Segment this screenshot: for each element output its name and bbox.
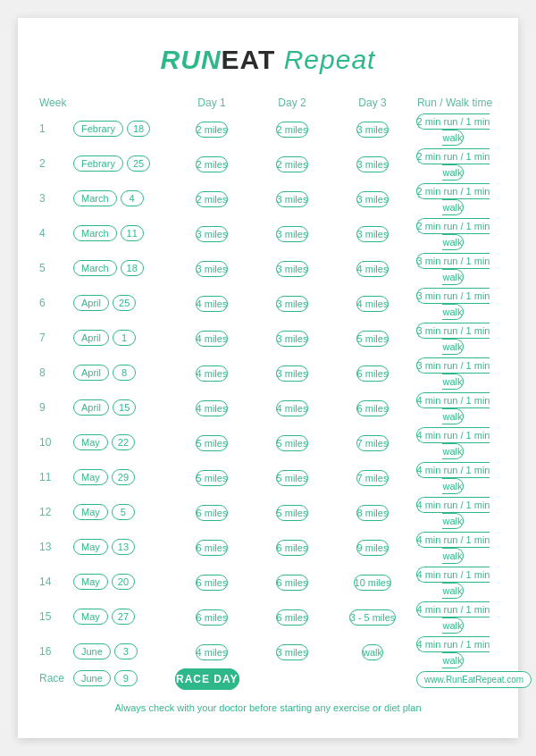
table-row: 3 March 4 2 miles 3 miles 3 miles 2 min … <box>36 182 500 214</box>
day2-cell: 6 miles <box>252 609 332 625</box>
day1-pill: 3 miles <box>196 261 229 277</box>
day3-pill: 7 miles <box>356 470 389 486</box>
runwalk-cell: 4 min run / 1 min walk <box>413 461 497 493</box>
day2-cell: 3 miles <box>252 260 332 276</box>
day3-pill: 3 miles <box>356 156 389 172</box>
week-number: 16 <box>39 645 73 658</box>
runwalk-pill: 4 min run / 1 min walk <box>416 636 490 668</box>
day3-cell: 8 miles <box>332 504 413 520</box>
table-row: 8 April 8 4 miles 3 miles 6 miles 3 min … <box>36 357 500 389</box>
day-pill: 25 <box>127 155 150 172</box>
runwalk-pill: 4 min run / 1 min walk <box>416 462 490 494</box>
date-cell: Febrary 25 <box>73 155 172 172</box>
header-day2: Day 2 <box>252 97 332 109</box>
date-cell: May 27 <box>73 609 172 625</box>
runwalk-cell: 4 min run / 1 min walk <box>413 635 497 668</box>
runwalk-cell: 2 min run / 1 min walk <box>413 147 497 180</box>
date-cell: April 25 <box>73 295 172 311</box>
day1-pill: 2 miles <box>196 191 229 207</box>
runwalk-pill: 2 min run / 1 min walk <box>416 218 490 250</box>
table-row: 12 May 5 6 miles 5 miles 8 miles 4 min r… <box>36 496 500 528</box>
day2-cell: 5 miles <box>252 434 332 450</box>
day1-pill: 4 miles <box>196 400 229 416</box>
date-cell: May 20 <box>73 574 172 590</box>
day1-cell: 5 miles <box>172 469 252 485</box>
day2-cell: 6 miles <box>252 574 332 590</box>
date-cell: May 29 <box>73 469 172 485</box>
day3-cell: 6 miles <box>332 399 413 416</box>
day-pill: 25 <box>113 295 136 311</box>
runwalk-pill: 3 min run / 1 min walk <box>416 357 490 390</box>
day1-cell: 3 miles <box>172 260 252 276</box>
page-title: RUNEAT Repeat <box>36 45 500 75</box>
day2-cell: 3 miles <box>252 225 332 241</box>
day3-cell: 7 miles <box>332 434 413 450</box>
table-row: 9 April 15 4 miles 4 miles 6 miles 4 min… <box>36 391 500 424</box>
table-row: 10 May 22 5 miles 5 miles 7 miles 4 min … <box>36 426 500 458</box>
day3-cell: 3 miles <box>332 225 413 241</box>
week-number: 3 <box>39 192 73 205</box>
day1-pill: 6 miles <box>196 505 229 521</box>
runwalk-cell: 3 min run / 1 min walk <box>413 252 497 284</box>
date-cell: March 11 <box>73 225 172 241</box>
day1-cell: 4 miles <box>172 295 252 311</box>
table-row: 16 June 3 4 miles 3 miles walk 4 min run… <box>36 635 500 668</box>
day3-pill: 4 miles <box>356 296 389 312</box>
table-row: 4 March 11 3 miles 3 miles 3 miles 2 min… <box>36 217 500 249</box>
day1-pill: 4 miles <box>196 331 229 347</box>
runwalk-cell: 4 min run / 1 min walk <box>413 531 497 563</box>
runwalk-cell: 4 min run / 1 min walk <box>413 391 497 424</box>
day3-cell: 5 miles <box>332 330 413 346</box>
table-row: 6 April 25 4 miles 3 miles 4 miles 3 min… <box>36 287 500 319</box>
day3-pill: 6 miles <box>356 365 389 382</box>
day1-pill: 4 miles <box>196 644 229 660</box>
header-date <box>73 97 172 109</box>
day3-pill: 3 miles <box>356 226 389 242</box>
table-row: 15 May 27 6 miles 6 miles 3 - 5 miles 4 … <box>36 601 500 633</box>
month-pill: April <box>73 330 109 346</box>
week-number: 1 <box>39 122 73 135</box>
day2-cell: 3 miles <box>252 295 332 311</box>
day3-pill: 7 miles <box>356 435 389 451</box>
week-number: 4 <box>39 227 73 239</box>
day-pill: 18 <box>121 260 144 276</box>
date-cell: May 22 <box>73 434 172 450</box>
day2-pill: 5 miles <box>276 435 309 451</box>
week-number: 5 <box>39 262 73 274</box>
week-number: 2 <box>39 157 73 170</box>
table-row: 11 May 29 5 miles 5 miles 7 miles 4 min … <box>36 461 500 493</box>
day-pill: 1 <box>113 330 136 346</box>
header-runwalk: Run / Walk time <box>413 97 497 109</box>
day1-pill: 5 miles <box>196 435 229 451</box>
month-pill: June <box>73 643 111 659</box>
race-date-cell: June 9 <box>73 670 172 686</box>
page: RUNEAT Repeat Week Day 1 Day 2 Day 3 Run… <box>18 18 518 738</box>
runwalk-cell: 4 min run / 1 min walk <box>413 601 497 633</box>
day-pill: 27 <box>112 609 135 625</box>
title-eat: EAT <box>222 45 276 74</box>
day1-pill: 3 miles <box>196 226 229 242</box>
month-pill: May <box>73 469 108 485</box>
day2-pill: 6 miles <box>276 609 309 626</box>
day3-cell: 3 - 5 miles <box>332 609 413 625</box>
day2-cell: 6 miles <box>252 539 332 555</box>
runwalk-pill: 3 min run / 1 min walk <box>416 288 490 320</box>
week-number: 11 <box>39 471 73 483</box>
day1-cell: 2 miles <box>172 190 252 206</box>
date-cell: April 1 <box>73 330 172 346</box>
title-run: RUN <box>161 45 222 74</box>
day3-cell: 3 miles <box>332 155 413 172</box>
day-pill: 22 <box>112 434 135 450</box>
footer-text: Always check with your doctor before sta… <box>36 702 500 713</box>
runwalk-pill: 3 min run / 1 min walk <box>416 253 490 285</box>
rows-container: 1 Febrary 18 2 miles 2 miles 3 miles 2 m… <box>36 113 500 668</box>
day2-cell: 2 miles <box>252 155 332 172</box>
week-number: 10 <box>39 436 73 449</box>
race-url: www.RunEatRepeat.com <box>416 671 532 688</box>
day1-pill: 5 miles <box>196 470 229 486</box>
day1-pill: 2 miles <box>196 156 229 172</box>
month-pill: March <box>73 225 117 241</box>
date-cell: April 15 <box>73 399 172 416</box>
day1-cell: 2 miles <box>172 155 252 172</box>
runwalk-cell: 4 min run / 1 min walk <box>413 496 497 528</box>
